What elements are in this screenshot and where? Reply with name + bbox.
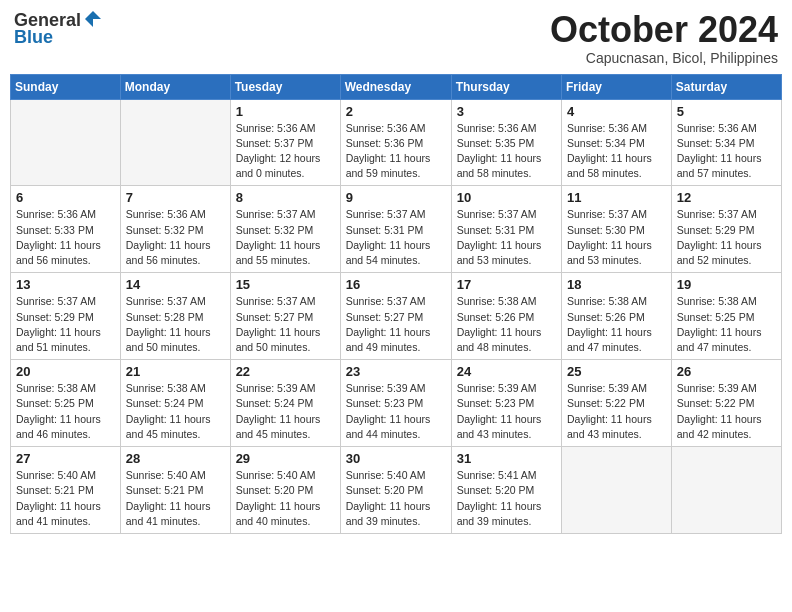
calendar-week-row: 6Sunrise: 5:36 AMSunset: 5:33 PMDaylight… <box>11 186 782 273</box>
page-header: General Blue October 2024 Capucnasan, Bi… <box>10 10 782 66</box>
day-detail: Sunrise: 5:36 AMSunset: 5:33 PMDaylight:… <box>16 207 115 268</box>
calendar-day-cell: 31Sunrise: 5:41 AMSunset: 5:20 PMDayligh… <box>451 447 561 534</box>
weekday-header: Tuesday <box>230 74 340 99</box>
day-number: 22 <box>236 364 335 379</box>
day-number: 31 <box>457 451 556 466</box>
day-detail: Sunrise: 5:38 AMSunset: 5:25 PMDaylight:… <box>16 381 115 442</box>
day-number: 27 <box>16 451 115 466</box>
calendar-day-cell: 5Sunrise: 5:36 AMSunset: 5:34 PMDaylight… <box>671 99 781 186</box>
day-number: 3 <box>457 104 556 119</box>
weekday-header: Sunday <box>11 74 121 99</box>
day-detail: Sunrise: 5:38 AMSunset: 5:26 PMDaylight:… <box>567 294 666 355</box>
day-detail: Sunrise: 5:38 AMSunset: 5:24 PMDaylight:… <box>126 381 225 442</box>
day-number: 11 <box>567 190 666 205</box>
day-detail: Sunrise: 5:36 AMSunset: 5:34 PMDaylight:… <box>567 121 666 182</box>
day-number: 1 <box>236 104 335 119</box>
day-number: 8 <box>236 190 335 205</box>
day-number: 29 <box>236 451 335 466</box>
day-detail: Sunrise: 5:36 AMSunset: 5:36 PMDaylight:… <box>346 121 446 182</box>
calendar-day-cell: 20Sunrise: 5:38 AMSunset: 5:25 PMDayligh… <box>11 360 121 447</box>
svg-marker-0 <box>85 11 101 27</box>
day-detail: Sunrise: 5:37 AMSunset: 5:27 PMDaylight:… <box>236 294 335 355</box>
day-number: 13 <box>16 277 115 292</box>
day-number: 12 <box>677 190 776 205</box>
calendar-day-cell: 17Sunrise: 5:38 AMSunset: 5:26 PMDayligh… <box>451 273 561 360</box>
day-detail: Sunrise: 5:41 AMSunset: 5:20 PMDaylight:… <box>457 468 556 529</box>
day-detail: Sunrise: 5:40 AMSunset: 5:21 PMDaylight:… <box>16 468 115 529</box>
day-detail: Sunrise: 5:39 AMSunset: 5:23 PMDaylight:… <box>457 381 556 442</box>
day-detail: Sunrise: 5:39 AMSunset: 5:22 PMDaylight:… <box>567 381 666 442</box>
calendar-day-cell: 21Sunrise: 5:38 AMSunset: 5:24 PMDayligh… <box>120 360 230 447</box>
calendar-day-cell: 30Sunrise: 5:40 AMSunset: 5:20 PMDayligh… <box>340 447 451 534</box>
day-detail: Sunrise: 5:37 AMSunset: 5:29 PMDaylight:… <box>677 207 776 268</box>
day-number: 28 <box>126 451 225 466</box>
day-detail: Sunrise: 5:40 AMSunset: 5:20 PMDaylight:… <box>236 468 335 529</box>
day-number: 24 <box>457 364 556 379</box>
calendar-day-cell: 25Sunrise: 5:39 AMSunset: 5:22 PMDayligh… <box>562 360 672 447</box>
day-number: 18 <box>567 277 666 292</box>
day-detail: Sunrise: 5:37 AMSunset: 5:27 PMDaylight:… <box>346 294 446 355</box>
day-detail: Sunrise: 5:37 AMSunset: 5:29 PMDaylight:… <box>16 294 115 355</box>
day-detail: Sunrise: 5:37 AMSunset: 5:31 PMDaylight:… <box>346 207 446 268</box>
logo: General Blue <box>14 10 103 48</box>
calendar-day-cell: 10Sunrise: 5:37 AMSunset: 5:31 PMDayligh… <box>451 186 561 273</box>
day-number: 2 <box>346 104 446 119</box>
day-number: 5 <box>677 104 776 119</box>
calendar-day-cell: 8Sunrise: 5:37 AMSunset: 5:32 PMDaylight… <box>230 186 340 273</box>
calendar-day-cell: 12Sunrise: 5:37 AMSunset: 5:29 PMDayligh… <box>671 186 781 273</box>
calendar-week-row: 27Sunrise: 5:40 AMSunset: 5:21 PMDayligh… <box>11 447 782 534</box>
calendar-day-cell: 15Sunrise: 5:37 AMSunset: 5:27 PMDayligh… <box>230 273 340 360</box>
calendar-day-cell: 3Sunrise: 5:36 AMSunset: 5:35 PMDaylight… <box>451 99 561 186</box>
day-number: 7 <box>126 190 225 205</box>
calendar-day-cell <box>671 447 781 534</box>
day-detail: Sunrise: 5:39 AMSunset: 5:22 PMDaylight:… <box>677 381 776 442</box>
calendar-day-cell: 24Sunrise: 5:39 AMSunset: 5:23 PMDayligh… <box>451 360 561 447</box>
calendar-week-row: 20Sunrise: 5:38 AMSunset: 5:25 PMDayligh… <box>11 360 782 447</box>
day-number: 6 <box>16 190 115 205</box>
calendar-day-cell: 13Sunrise: 5:37 AMSunset: 5:29 PMDayligh… <box>11 273 121 360</box>
calendar-day-cell: 18Sunrise: 5:38 AMSunset: 5:26 PMDayligh… <box>562 273 672 360</box>
day-detail: Sunrise: 5:39 AMSunset: 5:24 PMDaylight:… <box>236 381 335 442</box>
day-number: 21 <box>126 364 225 379</box>
weekday-header: Friday <box>562 74 672 99</box>
month-title: October 2024 <box>550 10 778 50</box>
day-detail: Sunrise: 5:36 AMSunset: 5:32 PMDaylight:… <box>126 207 225 268</box>
calendar-header-row: SundayMondayTuesdayWednesdayThursdayFrid… <box>11 74 782 99</box>
calendar-day-cell <box>120 99 230 186</box>
day-number: 23 <box>346 364 446 379</box>
calendar-day-cell: 27Sunrise: 5:40 AMSunset: 5:21 PMDayligh… <box>11 447 121 534</box>
day-detail: Sunrise: 5:38 AMSunset: 5:26 PMDaylight:… <box>457 294 556 355</box>
day-number: 9 <box>346 190 446 205</box>
day-detail: Sunrise: 5:37 AMSunset: 5:32 PMDaylight:… <box>236 207 335 268</box>
day-number: 10 <box>457 190 556 205</box>
calendar-day-cell: 29Sunrise: 5:40 AMSunset: 5:20 PMDayligh… <box>230 447 340 534</box>
calendar-day-cell: 28Sunrise: 5:40 AMSunset: 5:21 PMDayligh… <box>120 447 230 534</box>
calendar-table: SundayMondayTuesdayWednesdayThursdayFrid… <box>10 74 782 534</box>
day-number: 30 <box>346 451 446 466</box>
calendar-day-cell: 26Sunrise: 5:39 AMSunset: 5:22 PMDayligh… <box>671 360 781 447</box>
calendar-day-cell: 1Sunrise: 5:36 AMSunset: 5:37 PMDaylight… <box>230 99 340 186</box>
title-block: October 2024 Capucnasan, Bicol, Philippi… <box>550 10 778 66</box>
calendar-day-cell: 9Sunrise: 5:37 AMSunset: 5:31 PMDaylight… <box>340 186 451 273</box>
calendar-week-row: 13Sunrise: 5:37 AMSunset: 5:29 PMDayligh… <box>11 273 782 360</box>
calendar-day-cell: 14Sunrise: 5:37 AMSunset: 5:28 PMDayligh… <box>120 273 230 360</box>
calendar-day-cell <box>562 447 672 534</box>
calendar-day-cell: 2Sunrise: 5:36 AMSunset: 5:36 PMDaylight… <box>340 99 451 186</box>
day-detail: Sunrise: 5:36 AMSunset: 5:37 PMDaylight:… <box>236 121 335 182</box>
calendar-week-row: 1Sunrise: 5:36 AMSunset: 5:37 PMDaylight… <box>11 99 782 186</box>
day-detail: Sunrise: 5:39 AMSunset: 5:23 PMDaylight:… <box>346 381 446 442</box>
day-detail: Sunrise: 5:36 AMSunset: 5:34 PMDaylight:… <box>677 121 776 182</box>
weekday-header: Wednesday <box>340 74 451 99</box>
day-number: 19 <box>677 277 776 292</box>
calendar-day-cell: 4Sunrise: 5:36 AMSunset: 5:34 PMDaylight… <box>562 99 672 186</box>
day-number: 4 <box>567 104 666 119</box>
location: Capucnasan, Bicol, Philippines <box>550 50 778 66</box>
day-number: 15 <box>236 277 335 292</box>
calendar-day-cell: 23Sunrise: 5:39 AMSunset: 5:23 PMDayligh… <box>340 360 451 447</box>
weekday-header: Saturday <box>671 74 781 99</box>
day-detail: Sunrise: 5:37 AMSunset: 5:31 PMDaylight:… <box>457 207 556 268</box>
calendar-day-cell: 16Sunrise: 5:37 AMSunset: 5:27 PMDayligh… <box>340 273 451 360</box>
calendar-day-cell <box>11 99 121 186</box>
day-number: 25 <box>567 364 666 379</box>
weekday-header: Thursday <box>451 74 561 99</box>
